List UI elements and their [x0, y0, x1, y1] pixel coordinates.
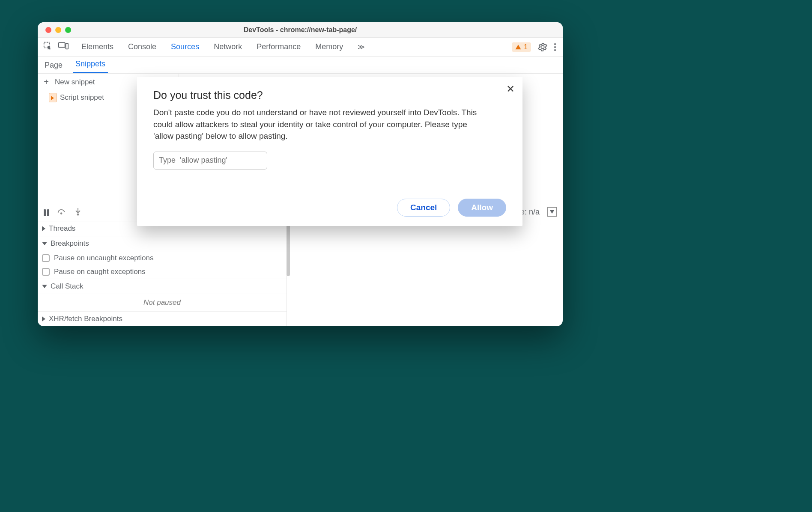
plus-icon: + — [42, 77, 51, 87]
warning-icon — [515, 44, 521, 50]
pause-uncaught-row[interactable]: Pause on uncaught exceptions — [38, 251, 287, 265]
svg-rect-2 — [66, 43, 69, 49]
window-title: DevTools - chrome://new-tab-page/ — [38, 26, 563, 34]
threads-label: Threads — [49, 224, 75, 233]
sidebar-tab-snippets[interactable]: Snippets — [73, 56, 108, 73]
snippet-item-label: Script snippet — [60, 93, 104, 102]
callstack-label: Call Stack — [51, 282, 84, 291]
allow-button[interactable]: Allow — [458, 199, 506, 217]
chevron-right-icon — [42, 316, 45, 321]
breakpoints-label: Breakpoints — [51, 239, 89, 248]
tab-memory[interactable]: Memory — [314, 38, 344, 56]
chevron-down-icon — [42, 285, 47, 288]
tab-console[interactable]: Console — [127, 38, 157, 56]
pause-caught-row[interactable]: Pause on caught exceptions — [38, 265, 287, 279]
dialog-buttons: Cancel Allow — [153, 199, 506, 217]
pause-uncaught-label: Pause on uncaught exceptions — [54, 254, 154, 262]
tab-elements[interactable]: Elements — [81, 38, 114, 56]
dialog-body: Don't paste code you do not understand o… — [153, 107, 479, 142]
pause-icon[interactable] — [44, 209, 49, 216]
step-over-icon[interactable] — [57, 208, 66, 217]
warnings-count: 1 — [524, 43, 528, 51]
settings-icon[interactable] — [538, 42, 547, 52]
breakpoints-section[interactable]: Breakpoints — [38, 236, 287, 251]
svg-point-4 — [77, 214, 79, 216]
tab-network[interactable]: Network — [213, 38, 243, 56]
device-toggle-icon[interactable] — [58, 42, 69, 52]
new-snippet-label: New snippet — [55, 78, 95, 86]
tab-performance[interactable]: Performance — [256, 38, 302, 56]
warnings-badge[interactable]: 1 — [512, 42, 531, 52]
svg-rect-1 — [59, 43, 65, 48]
inspect-icon[interactable] — [43, 41, 52, 53]
more-menu-icon[interactable] — [554, 43, 556, 51]
checkbox-icon[interactable] — [42, 268, 50, 276]
step-into-icon[interactable] — [74, 207, 82, 218]
callstack-not-paused: Not paused — [38, 294, 287, 312]
checkbox-icon[interactable] — [42, 254, 50, 262]
trust-code-dialog: ✕ Do you trust this code? Don't paste co… — [137, 77, 522, 226]
pause-caught-label: Pause on caught exceptions — [54, 268, 146, 276]
xhr-label: XHR/fetch Breakpoints — [49, 315, 122, 323]
devtools-window: DevTools - chrome://new-tab-page/ Elemen… — [38, 22, 563, 326]
dialog-title: Do you trust this code? — [153, 89, 506, 101]
svg-point-3 — [60, 212, 63, 214]
tabs-overflow-icon[interactable]: ≫ — [357, 39, 366, 55]
chevron-down-icon — [42, 242, 47, 245]
callstack-section[interactable]: Call Stack — [38, 279, 287, 294]
xhr-section[interactable]: XHR/fetch Breakpoints — [38, 312, 287, 326]
cancel-button[interactable]: Cancel — [397, 199, 450, 217]
main-tabs: Elements Console Sources Network Perform… — [81, 38, 512, 56]
sidebar-tab-page[interactable]: Page — [42, 57, 65, 73]
tab-sources[interactable]: Sources — [170, 38, 200, 56]
snippet-file-icon — [49, 93, 57, 102]
titlebar: DevTools - chrome://new-tab-page/ — [38, 22, 563, 38]
main-tabs-bar: Elements Console Sources Network Perform… — [38, 38, 563, 57]
close-icon[interactable]: ✕ — [506, 83, 515, 95]
allow-pasting-input[interactable] — [153, 152, 267, 170]
chevron-right-icon — [42, 226, 45, 231]
sources-sidebar-tabs: Page Snippets — [38, 57, 563, 74]
